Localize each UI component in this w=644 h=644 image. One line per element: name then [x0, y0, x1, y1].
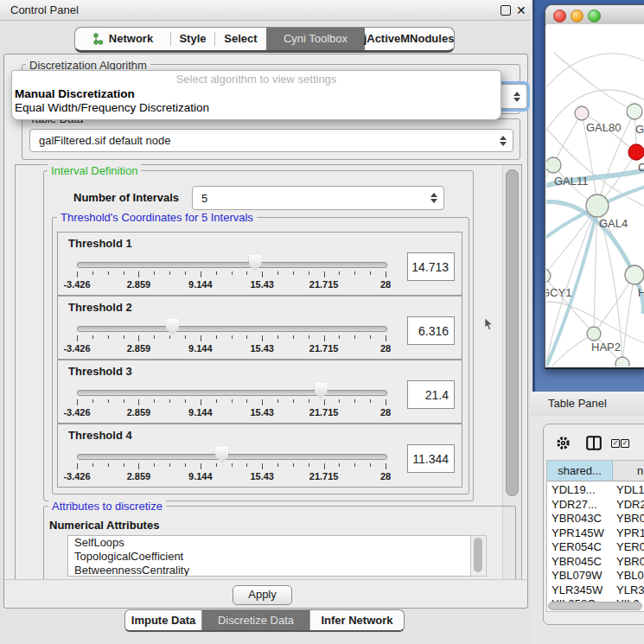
- control-panel-window: Control Panel ✕ Network Style: [0, 0, 531, 644]
- slider-tick-label: 28: [366, 407, 405, 418]
- attribute-list-item[interactable]: BetweennessCentrality: [68, 564, 471, 577]
- dropdown-option-manual[interactable]: Manual Discretization: [12, 87, 501, 101]
- threshold-value-field[interactable]: 6.316: [407, 316, 455, 345]
- network-edge[interactable]: [546, 165, 553, 227]
- threshold-value-field[interactable]: 11.344: [407, 444, 455, 473]
- network-node[interactable]: [628, 144, 644, 160]
- network-edge[interactable]: [622, 275, 634, 364]
- table-cell-name[interactable]: YBL0: [616, 569, 644, 582]
- table-cell-shared-name[interactable]: YDR27...: [552, 498, 597, 511]
- network-node[interactable]: [627, 104, 642, 119]
- network-node[interactable]: [546, 269, 551, 283]
- table-cell-name[interactable]: YBR0: [616, 512, 644, 525]
- threshold-slider-track[interactable]: [77, 454, 387, 460]
- checkbox-icon[interactable]: ✓: [621, 439, 629, 448]
- slider-tick: [169, 335, 170, 339]
- tab-infer-network[interactable]: Infer Network: [310, 610, 404, 630]
- threshold-slider-thumb[interactable]: [315, 383, 328, 399]
- threshold-label: Threshold 3: [68, 365, 132, 378]
- tab-style[interactable]: Style: [171, 28, 214, 50]
- attribute-list-item[interactable]: TopologicalCoefficient: [68, 550, 471, 564]
- slider-tick-label: 28: [366, 471, 405, 481]
- network-node[interactable]: [586, 194, 609, 217]
- tab-cyni-toolbox[interactable]: Cyni Toolbox: [266, 28, 365, 50]
- checkbox-icon[interactable]: ✓: [611, 439, 620, 448]
- tab-jactivemnodules-label: jActiveMNodules: [364, 28, 455, 50]
- network-node[interactable]: [625, 265, 644, 284]
- tab-discretize-data[interactable]: Discretize Data: [202, 610, 309, 630]
- bottom-tab-bar: Impute Data Discretize Data Infer Networ…: [124, 609, 405, 632]
- table-panel-title: Table Panel: [548, 392, 607, 416]
- threshold-value-field[interactable]: 14.713: [407, 252, 455, 281]
- table-cell-shared-name[interactable]: YER054C: [552, 540, 602, 553]
- zoom-traffic-light-icon[interactable]: [588, 10, 601, 22]
- combo-arrows-icon: [430, 193, 437, 203]
- network-node[interactable]: [546, 157, 561, 173]
- table-cell-shared-name[interactable]: YBR043C: [552, 512, 602, 525]
- slider-tick: [370, 335, 371, 339]
- table-cell-shared-name[interactable]: YBR045C: [552, 555, 602, 568]
- table-cell-name[interactable]: YDL1: [616, 483, 644, 496]
- slider-tick: [77, 463, 78, 469]
- table-cell-name[interactable]: YPR1: [616, 526, 644, 539]
- network-canvas[interactable]: GAL80GACGAL11GAL4GCY1HHAP2: [546, 24, 644, 367]
- attributes-list-scrollbar-thumb[interactable]: [474, 538, 482, 572]
- slider-tick: [201, 399, 201, 405]
- threshold-label: Threshold 2: [68, 301, 132, 314]
- slider-tick: [108, 335, 109, 339]
- close-traffic-light-icon[interactable]: [553, 10, 566, 22]
- number-of-intervals-value: 5: [193, 192, 207, 205]
- table-cell-name[interactable]: YBR0: [616, 555, 644, 568]
- dropdown-hint-option[interactable]: Select algorithm to view settings: [12, 71, 501, 87]
- tab-impute-data[interactable]: Impute Data: [125, 610, 201, 630]
- table-hscrollbar-thumb[interactable]: [548, 602, 642, 610]
- settings-scrollbar-thumb[interactable]: [506, 169, 519, 496]
- table-data-combobox[interactable]: galFiltered.sif default node: [29, 129, 513, 152]
- table-cell-name[interactable]: YER0: [616, 540, 644, 553]
- slider-tick: [309, 335, 309, 339]
- number-of-intervals-combobox[interactable]: 5: [192, 186, 444, 210]
- network-edge[interactable]: [554, 53, 634, 112]
- threshold-slider-track[interactable]: [77, 326, 387, 332]
- network-node-label: HAP2: [591, 341, 621, 354]
- threshold-slider-track[interactable]: [77, 262, 387, 268]
- slider-tick: [124, 271, 124, 275]
- tab-network[interactable]: Network: [75, 28, 170, 50]
- network-edge[interactable]: [553, 113, 582, 165]
- node-attribute-table[interactable]: shared... n YDL19...YDL1YDR27...YDR2YBR0…: [546, 460, 644, 612]
- network-node[interactable]: [587, 327, 601, 341]
- table-header-name[interactable]: n: [613, 461, 644, 481]
- table-header-shared[interactable]: shared...: [547, 461, 613, 481]
- threshold-slider-track[interactable]: [77, 390, 387, 396]
- slider-tick: [232, 463, 233, 467]
- gear-icon[interactable]: [556, 436, 571, 450]
- threshold-slider-thumb[interactable]: [249, 255, 262, 271]
- table-cell-name[interactable]: YLR3: [616, 583, 644, 596]
- table-cell-shared-name[interactable]: YBL079W: [552, 569, 603, 582]
- table-cell-shared-name[interactable]: YPR145W: [552, 526, 604, 539]
- slider-tick-label: -3.426: [57, 471, 97, 481]
- tab-jactivemnodules[interactable]: jActiveMNodules: [365, 28, 453, 50]
- network-edge[interactable]: [546, 206, 597, 364]
- slider-tick-label: 28: [366, 279, 405, 290]
- float-window-icon[interactable]: [501, 5, 511, 16]
- attribute-list-item[interactable]: SelfLoops: [68, 536, 471, 550]
- threshold-value-field[interactable]: 21.4: [407, 380, 455, 409]
- minimize-traffic-light-icon[interactable]: [571, 10, 583, 22]
- split-columns-icon[interactable]: [586, 436, 602, 450]
- slider-tick-label: 9.144: [181, 279, 220, 290]
- network-node[interactable]: [615, 357, 629, 367]
- table-cell-name[interactable]: YDR2: [616, 498, 644, 511]
- close-icon[interactable]: ✕: [516, 1, 526, 20]
- table-cell-shared-name[interactable]: YDL19...: [552, 483, 596, 496]
- slider-tick: [277, 271, 278, 275]
- apply-button[interactable]: Apply: [233, 585, 292, 605]
- threshold-slider-thumb[interactable]: [166, 319, 179, 335]
- dropdown-option-equal-width[interactable]: Equal Width/Frequency Discretization: [12, 101, 501, 115]
- threshold-slider-thumb[interactable]: [215, 447, 228, 463]
- network-node[interactable]: [575, 106, 589, 120]
- tab-select[interactable]: Select: [215, 28, 266, 50]
- numerical-attributes-list[interactable]: SelfLoopsTopologicalCoefficientBetweenne…: [67, 535, 472, 577]
- table-cell-shared-name[interactable]: YLR345W: [552, 583, 603, 596]
- threshold-panel: Threshold 4-3.4262.8599.14415.4321.71528…: [57, 424, 462, 488]
